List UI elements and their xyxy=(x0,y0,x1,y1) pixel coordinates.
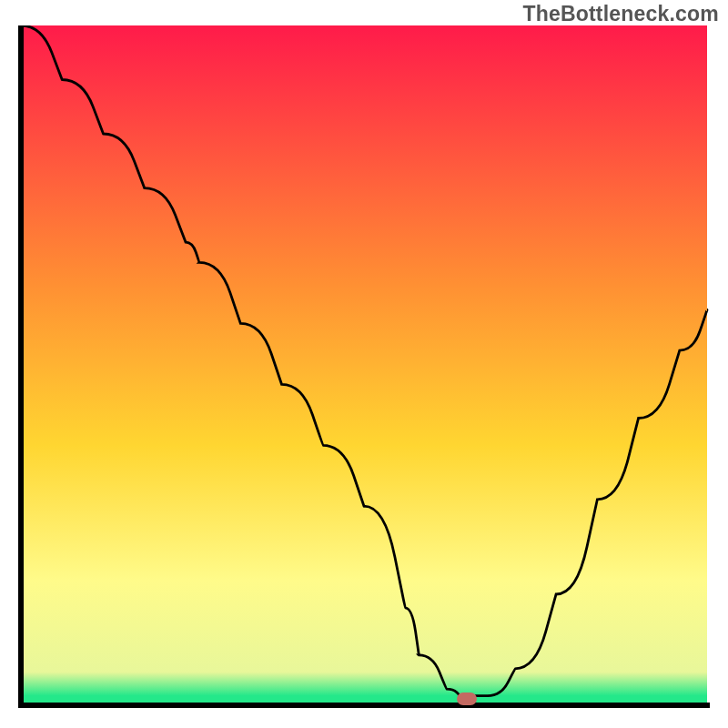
gradient-background xyxy=(21,25,707,703)
chart-container xyxy=(18,25,710,710)
optimal-point-marker xyxy=(457,693,477,705)
bottleneck-chart-svg xyxy=(18,25,710,710)
watermark-text: TheBottleneck.com xyxy=(522,2,719,26)
